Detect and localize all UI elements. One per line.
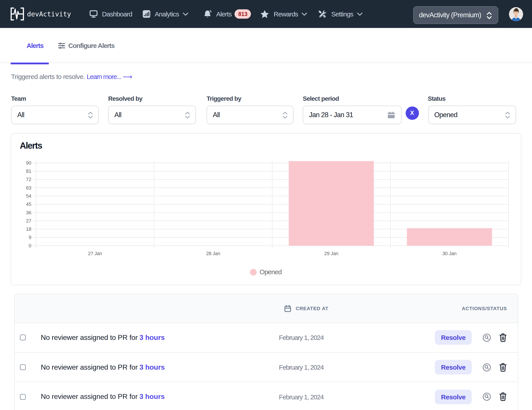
alert-title[interactable]: No reviewer assigned to PR for3 hours <box>41 352 165 382</box>
period-input[interactable]: Jan 28 - Jan 31 <box>303 105 401 124</box>
resolved-by-select[interactable]: All <box>108 105 196 124</box>
triggered-by-select[interactable]: All <box>207 105 294 124</box>
legend-marker <box>250 269 257 275</box>
table-header: CREATED AT ACTIONS/STATUS <box>15 294 518 323</box>
alert-title-text: No reviewer assigned to PR for <box>41 363 138 371</box>
navbar: devActivity Dashboard <box>0 0 532 28</box>
nav-item-alerts[interactable]: Alerts 813 <box>203 9 251 19</box>
active-tab-underline <box>11 62 49 64</box>
alert-duration-link[interactable]: 3 hours <box>139 333 165 342</box>
right-arrow-icon: ⟶ <box>123 73 132 81</box>
bar-chart-icon <box>143 10 150 18</box>
alert-duration-link[interactable]: 3 hours <box>139 363 165 371</box>
resolved-by-label: Resolved by <box>108 95 142 102</box>
y-tick-label: 72 <box>26 176 31 182</box>
y-tick-label: 0 <box>28 243 31 248</box>
alerts-count-badge: 813 <box>235 9 251 19</box>
row-created-at: February 1, 2024 <box>262 382 340 410</box>
learn-more-link[interactable]: Learn more... <box>87 73 121 80</box>
period-value: Jan 28 - Jan 31 <box>309 111 353 119</box>
avatar[interactable] <box>509 7 523 21</box>
nav-menu: Dashboard Analytics <box>90 0 362 28</box>
brand-name: devActivity <box>27 10 71 18</box>
row-created-at: February 1, 2024 <box>262 323 340 352</box>
alert-duration-link[interactable]: 3 hours <box>139 393 165 401</box>
team-select[interactable]: All <box>11 105 99 124</box>
x-tick-label: 30 Jan <box>442 251 457 256</box>
status-label: Status <box>428 95 446 102</box>
select-chevron-icon <box>282 111 288 120</box>
nav-label-rewards: Rewards <box>274 10 298 18</box>
calendar-icon <box>387 111 395 121</box>
clear-filter-button[interactable]: X <box>405 106 419 120</box>
magnifier-icon[interactable] <box>483 393 491 402</box>
nav-label-dashboard: Dashboard <box>102 10 132 18</box>
unfold-chevron-icon <box>486 11 492 21</box>
y-tick-label: 81 <box>26 168 31 174</box>
nav-item-dashboard[interactable]: Dashboard <box>90 10 132 18</box>
tab-alerts[interactable]: Alerts <box>11 28 49 63</box>
nav-item-analytics[interactable]: Analytics <box>143 10 188 18</box>
alert-title[interactable]: No reviewer assigned to PR for3 hours <box>41 323 165 352</box>
alert-title[interactable]: No reviewer assigned to PR for3 hours <box>41 382 165 410</box>
table-row: No reviewer assigned to PR for3 hours Fe… <box>15 382 518 410</box>
triggered-by-label: Triggered by <box>207 95 241 102</box>
y-tick-label: 9 <box>28 234 31 240</box>
calendar-icon <box>284 305 291 312</box>
alert-title-text: No reviewer assigned to PR for <box>41 333 138 342</box>
resolve-button[interactable]: Resolve <box>435 360 472 374</box>
triggered-by-value: All <box>213 111 220 119</box>
alert-title-text: No reviewer assigned to PR for <box>41 393 138 401</box>
resolved-by-value: All <box>114 111 121 119</box>
table-row: No reviewer assigned to PR for3 hours Fe… <box>15 323 518 352</box>
y-tick-label: 27 <box>26 218 31 224</box>
select-chevron-icon <box>88 111 93 120</box>
status-value: Opened <box>434 111 457 119</box>
created-at-header[interactable]: CREATED AT <box>284 294 329 323</box>
workspace-select[interactable]: devActivity (Premium) <box>413 6 498 24</box>
clear-filter-label: X <box>410 110 414 116</box>
alerts-chart-card: Alerts 0918273645546372819027 Jan28 Jan2… <box>11 133 521 285</box>
nav-item-rewards[interactable]: Rewards <box>260 10 307 18</box>
nav-label-settings: Settings <box>331 10 353 18</box>
team-label: Team <box>11 95 26 102</box>
trash-icon[interactable] <box>499 363 507 373</box>
magnifier-icon[interactable] <box>483 363 491 373</box>
alerts-bar-chart: 0918273645546372819027 Jan28 Jan29 Jan30… <box>11 134 522 286</box>
subtitle-text: Triggered alerts to resolve. <box>11 73 85 80</box>
star-icon <box>260 10 269 18</box>
resolve-button[interactable]: Resolve <box>435 389 472 404</box>
chevron-down-icon <box>302 12 307 16</box>
x-tick-label: 28 Jan <box>206 251 220 256</box>
chevron-down-icon <box>357 12 362 16</box>
workspace-value: devActivity (Premium) <box>419 11 481 19</box>
row-checkbox[interactable] <box>20 394 26 400</box>
select-period-label: Select period <box>303 95 339 102</box>
adjustments-icon <box>58 42 65 49</box>
y-tick-label: 90 <box>26 160 31 166</box>
monitor-icon <box>90 10 97 18</box>
magnifier-icon[interactable] <box>483 333 491 343</box>
tab-configure-alerts[interactable]: Configure Alerts <box>58 28 114 63</box>
select-chevron-icon <box>505 111 510 120</box>
tools-icon <box>318 10 327 19</box>
bar <box>289 161 374 246</box>
trash-icon[interactable] <box>499 333 507 344</box>
actions-status-header-label: ACTIONS/STATUS <box>462 306 507 311</box>
status-select[interactable]: Opened <box>428 105 516 124</box>
x-tick-label: 27 Jan <box>88 251 102 256</box>
brand[interactable]: devActivity <box>10 7 71 21</box>
table-row: No reviewer assigned to PR for3 hours Fe… <box>15 352 518 382</box>
y-tick-label: 63 <box>26 185 31 191</box>
alerts-table: CREATED AT ACTIONS/STATUS No reviewer as… <box>14 293 518 410</box>
nav-item-settings[interactable]: Settings <box>318 10 362 19</box>
y-tick-label: 45 <box>26 201 31 207</box>
bar <box>407 228 492 246</box>
row-checkbox[interactable] <box>20 364 26 370</box>
team-value: All <box>17 111 24 119</box>
brand-logo-icon <box>10 7 25 21</box>
trash-icon[interactable] <box>499 392 507 403</box>
row-checkbox[interactable] <box>20 335 26 340</box>
tab-bar: Alerts Configure Alerts <box>0 28 532 63</box>
resolve-button[interactable]: Resolve <box>435 330 472 345</box>
